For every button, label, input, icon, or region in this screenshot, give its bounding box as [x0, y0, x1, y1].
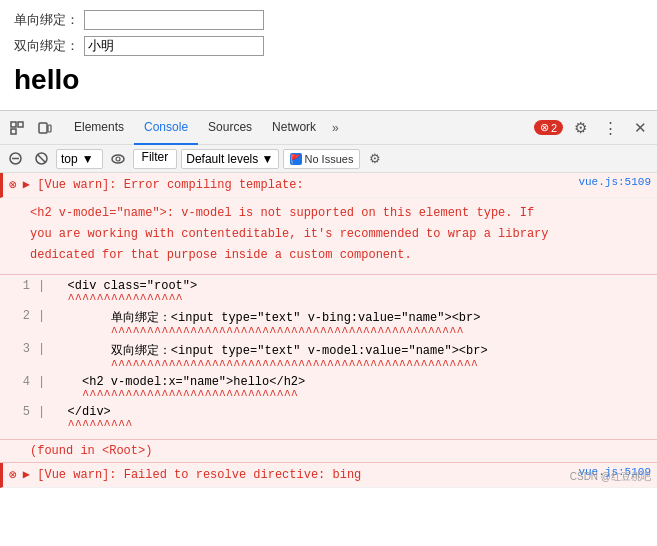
- error-detail-line-3: dedicated for that purpose inside a cust…: [30, 246, 647, 265]
- error-count: 2: [551, 122, 557, 134]
- devtools-tabs: Elements Console Sources Network »: [64, 111, 532, 145]
- code-carets-2: ^^^^^^^^^^^^^^^^^^^^^^^^^^^^^^^^^^^^^^^^…: [53, 326, 480, 340]
- two-way-input[interactable]: [84, 36, 264, 56]
- device-toolbar-icon[interactable]: [32, 115, 58, 141]
- console-log: ⊗ ▶ [Vue warn]: Error compiling template…: [0, 173, 657, 488]
- code-carets-4: ^^^^^^^^^^^^^^^^^^^^^^^^^^^^^^: [53, 389, 305, 403]
- warn-msg-2: [Vue warn]: Failed to resolve directive:…: [37, 468, 361, 482]
- no-issues-text: No Issues: [305, 153, 354, 165]
- code-text-1: <div class="root">: [53, 279, 197, 293]
- svg-point-9: [112, 155, 124, 163]
- tab-console[interactable]: Console: [134, 111, 198, 145]
- warn-msg-1: [Vue warn]: Error compiling template:: [37, 178, 303, 192]
- one-way-input[interactable]: [84, 10, 264, 30]
- expand-icon-2[interactable]: ▶: [23, 468, 30, 482]
- more-options-icon[interactable]: ⋮: [597, 115, 623, 141]
- code-text-5: </div>: [53, 405, 132, 419]
- eye-icon[interactable]: [107, 148, 129, 170]
- console-toolbar: top ▼ Filter Default levels ▼ 🚩 No Issue…: [0, 145, 657, 173]
- error-badge: ⊗ 2: [534, 120, 563, 135]
- svg-line-8: [38, 155, 45, 162]
- devtools-panel: Elements Console Sources Network » ⊗ 2 ⚙…: [0, 110, 657, 488]
- code-line-3: 3 | 双向绑定：<input type="text" v-model:valu…: [10, 342, 647, 373]
- code-text-4: <h2 v-model:x="name">hello</h2>: [53, 375, 305, 389]
- svg-rect-2: [11, 129, 16, 134]
- close-devtools-icon[interactable]: ✕: [627, 115, 653, 141]
- code-text-2: 单向绑定：<input type="text" v-bing:value="na…: [53, 309, 480, 326]
- settings-icon[interactable]: ⚙: [567, 115, 593, 141]
- log-entry-1: ⊗ ▶ [Vue warn]: Error compiling template…: [0, 173, 657, 198]
- code-line-4: 4 | <h2 v-model:x="name">hello</h2> ^^^^…: [10, 375, 647, 403]
- issues-icon: 🚩: [290, 153, 302, 165]
- inspect-element-icon[interactable]: [4, 115, 30, 141]
- error-circle-icon: ⊗: [540, 121, 549, 134]
- svg-rect-3: [39, 123, 47, 133]
- expand-icon-1[interactable]: ▶: [23, 178, 30, 192]
- log-content-1: ▶ [Vue warn]: Error compiling template:: [23, 176, 651, 194]
- two-way-binding-row: 双向绑定：: [14, 36, 643, 56]
- no-issues-badge[interactable]: 🚩 No Issues: [283, 149, 361, 169]
- toolbar-right-controls: ⊗ 2 ⚙ ⋮ ✕: [534, 115, 653, 141]
- svg-point-10: [116, 157, 120, 161]
- svg-rect-1: [18, 122, 23, 127]
- found-in-1: (found in <Root>): [0, 440, 657, 463]
- code-block-1: 1 | <div class="root"> ^^^^^^^^^^^^^^^^ …: [0, 275, 657, 440]
- svg-rect-4: [48, 125, 51, 132]
- context-value: top: [61, 152, 78, 166]
- code-carets-5: ^^^^^^^^^: [53, 419, 132, 433]
- console-settings-icon[interactable]: ⚙: [364, 148, 386, 170]
- page-area: 单向绑定： 双向绑定： hello: [0, 0, 657, 110]
- context-dropdown-icon: ▼: [82, 152, 94, 166]
- one-way-label: 单向绑定：: [14, 11, 84, 29]
- error-detail-line-2: you are working with contenteditable, it…: [30, 225, 647, 244]
- code-text-3: 双向绑定：<input type="text" v-model:value="n…: [53, 342, 487, 359]
- code-carets-3: ^^^^^^^^^^^^^^^^^^^^^^^^^^^^^^^^^^^^^^^^…: [53, 359, 487, 373]
- two-way-label: 双向绑定：: [14, 37, 84, 55]
- tab-network[interactable]: Network: [262, 111, 326, 145]
- error-detail-line-1: <h2 v-model="name">: v-model is not supp…: [30, 204, 647, 223]
- console-log-area: ⊗ ▶ [Vue warn]: Error compiling template…: [0, 173, 657, 488]
- filter-button[interactable]: Filter: [133, 149, 178, 169]
- log-source-1[interactable]: vue.js:5109: [578, 176, 651, 188]
- code-line-1: 1 | <div class="root"> ^^^^^^^^^^^^^^^^: [10, 279, 647, 307]
- code-carets-1: ^^^^^^^^^^^^^^^^: [53, 293, 197, 307]
- code-line-2: 2 | 单向绑定：<input type="text" v-bing:value…: [10, 309, 647, 340]
- log-level-select[interactable]: Default levels ▼: [181, 149, 278, 169]
- one-way-binding-row: 单向绑定：: [14, 10, 643, 30]
- error-icon-2: ⊗: [9, 467, 17, 483]
- log-entry-2: ⊗ ▶ [Vue warn]: Failed to resolve direct…: [0, 463, 657, 488]
- block-requests-icon[interactable]: [30, 148, 52, 170]
- tab-elements[interactable]: Elements: [64, 111, 134, 145]
- watermark: CSDN @红豆桃吧: [570, 470, 651, 484]
- svg-rect-0: [11, 122, 16, 127]
- error-detail-1: <h2 v-model="name">: v-model is not supp…: [0, 198, 657, 275]
- tab-sources[interactable]: Sources: [198, 111, 262, 145]
- log-content-2: ▶ [Vue warn]: Failed to resolve directiv…: [23, 466, 651, 484]
- tab-more-icon[interactable]: »: [326, 111, 345, 145]
- code-line-5: 5 | </div> ^^^^^^^^^: [10, 405, 647, 433]
- clear-console-icon[interactable]: [4, 148, 26, 170]
- devtools-tab-bar: Elements Console Sources Network » ⊗ 2 ⚙…: [0, 111, 657, 145]
- page-heading: hello: [14, 64, 643, 96]
- error-icon-1: ⊗: [9, 177, 17, 193]
- context-selector[interactable]: top ▼: [56, 149, 103, 169]
